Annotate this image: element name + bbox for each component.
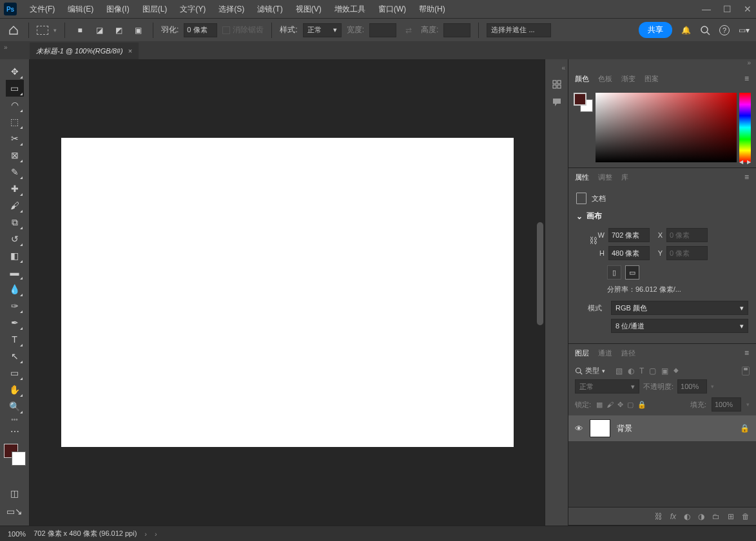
layer-row[interactable]: 👁 背景 🔒 bbox=[568, 415, 756, 441]
select-and-mask-button[interactable]: 选择并遮住 ... bbox=[487, 23, 551, 37]
lock-image-icon[interactable]: 🖌 bbox=[606, 401, 614, 409]
layer-thumbnail[interactable] bbox=[590, 419, 610, 437]
tab-swatches[interactable]: 色板 bbox=[598, 74, 612, 84]
new-selection-icon[interactable]: ■ bbox=[73, 23, 87, 37]
tab-paths[interactable]: 路径 bbox=[621, 348, 635, 358]
fx-icon[interactable]: fx bbox=[670, 512, 676, 521]
filter-smart-icon[interactable]: ▣ bbox=[661, 366, 668, 375]
share-button[interactable]: 共享 bbox=[639, 22, 672, 38]
landscape-button[interactable]: ▭ bbox=[625, 265, 639, 280]
delete-layer-icon[interactable]: 🗑 bbox=[742, 512, 750, 521]
tool-frame[interactable]: ⊠ bbox=[6, 147, 24, 164]
tab-channels[interactable]: 通道 bbox=[598, 348, 612, 358]
workspace-icon[interactable]: ▭▾ bbox=[739, 26, 750, 35]
maximize-icon[interactable]: ☐ bbox=[722, 4, 732, 14]
collapse-panels-icon[interactable]: » bbox=[568, 59, 756, 70]
layer-filter-select[interactable]: 类型▾ bbox=[575, 366, 605, 375]
adjustment-icon[interactable]: ◑ bbox=[698, 512, 704, 521]
visibility-icon[interactable]: 👁 bbox=[575, 424, 583, 433]
panel-menu-icon[interactable]: ≡ bbox=[744, 74, 750, 83]
vertical-scrollbar[interactable] bbox=[537, 222, 543, 325]
filter-shape-icon[interactable]: ▢ bbox=[649, 366, 656, 375]
tool-eyedropper[interactable]: ✎ bbox=[6, 164, 24, 180]
tab-layers[interactable]: 图层 bbox=[575, 348, 589, 358]
canvas-section-toggle[interactable]: ⌄画布 bbox=[576, 211, 748, 222]
tool-stamp[interactable]: ⧉ bbox=[6, 214, 24, 231]
link-wh-icon[interactable]: ⛓ bbox=[589, 236, 597, 245]
menu-文字(Y)[interactable]: 文字(Y) bbox=[173, 4, 212, 15]
minimize-icon[interactable]: — bbox=[702, 4, 711, 14]
new-layer-icon[interactable]: ⊞ bbox=[728, 512, 734, 521]
group-icon[interactable]: 🗀 bbox=[712, 512, 720, 521]
tab-close-icon[interactable]: × bbox=[128, 47, 132, 55]
lock-pos-icon[interactable]: ✥ bbox=[617, 401, 623, 409]
color-mode-select[interactable]: RGB 颜色▾ bbox=[611, 301, 748, 315]
doc-info-chevron-icon[interactable]: › bbox=[144, 530, 147, 538]
tool-pen[interactable]: ✒ bbox=[6, 314, 24, 331]
filter-toggle[interactable] bbox=[742, 366, 750, 375]
menu-图像(I)[interactable]: 图像(I) bbox=[100, 4, 135, 15]
canvas-height-input[interactable] bbox=[608, 246, 650, 260]
layer-lock-icon[interactable]: 🔒 bbox=[740, 424, 750, 433]
portrait-button[interactable]: ▯ bbox=[607, 265, 621, 280]
intersect-selection-icon[interactable]: ▣ bbox=[131, 23, 145, 37]
tab-adjustments[interactable]: 调整 bbox=[598, 173, 612, 182]
subtract-selection-icon[interactable]: ◩ bbox=[111, 23, 126, 37]
tool-lasso[interactable]: ◠ bbox=[6, 97, 24, 113]
tab-color[interactable]: 颜色 bbox=[575, 74, 589, 84]
lock-trans-icon[interactable]: ▩ bbox=[596, 401, 603, 409]
color-panel-swatches[interactable] bbox=[574, 93, 593, 112]
bit-depth-select[interactable]: 8 位/通道▾ bbox=[611, 319, 748, 333]
tool-brush[interactable]: 🖌 bbox=[6, 197, 24, 214]
tool-heal[interactable]: ✚ bbox=[6, 180, 24, 197]
menu-帮助(H)[interactable]: 帮助(H) bbox=[412, 4, 452, 15]
mask-icon[interactable]: ◐ bbox=[684, 512, 690, 521]
lock-all-icon[interactable]: 🔒 bbox=[637, 401, 646, 409]
tool-dodge[interactable]: ✑ bbox=[6, 298, 24, 314]
color-field[interactable] bbox=[596, 93, 737, 162]
notifications-icon[interactable]: 🔔 bbox=[681, 26, 691, 35]
link-layers-icon[interactable]: ⛓ bbox=[655, 512, 663, 521]
search-icon[interactable] bbox=[700, 25, 710, 35]
help-icon[interactable]: ? bbox=[719, 25, 730, 35]
tool-move[interactable]: ✥ bbox=[6, 63, 24, 80]
filter-pixel-icon[interactable]: ▧ bbox=[615, 366, 623, 375]
tool-shape[interactable]: ▭ bbox=[6, 365, 24, 381]
tab-patterns[interactable]: 图案 bbox=[645, 74, 659, 84]
tool-gradient[interactable]: ▬ bbox=[6, 264, 24, 281]
zoom-level[interactable]: 100% bbox=[8, 530, 26, 538]
feather-input[interactable] bbox=[184, 23, 217, 37]
tab-libraries[interactable]: 库 bbox=[621, 173, 628, 182]
close-icon[interactable]: ✕ bbox=[743, 4, 752, 14]
menu-选择(S)[interactable]: 选择(S) bbox=[212, 4, 251, 15]
tab-gradients[interactable]: 渐变 bbox=[621, 74, 635, 84]
tool-marquee[interactable]: ▭ bbox=[6, 80, 24, 97]
canvas-width-input[interactable] bbox=[608, 228, 650, 242]
menu-图层(L)[interactable]: 图层(L) bbox=[136, 4, 174, 15]
history-panel-icon[interactable] bbox=[552, 79, 562, 90]
menu-视图(V)[interactable]: 视图(V) bbox=[289, 4, 328, 15]
tool-type[interactable]: T bbox=[6, 331, 24, 348]
marquee-preset-icon[interactable] bbox=[37, 26, 48, 35]
filter-artboard-icon[interactable]: ◆ bbox=[674, 366, 679, 375]
tool-history-brush[interactable]: ↺ bbox=[6, 231, 24, 247]
tab-properties[interactable]: 属性 bbox=[575, 173, 589, 182]
menu-窗口(W)[interactable]: 窗口(W) bbox=[372, 4, 412, 15]
background-swatch[interactable] bbox=[12, 451, 26, 466]
panel-menu-icon[interactable]: ≡ bbox=[744, 173, 750, 182]
menu-编辑(E)[interactable]: 编辑(E) bbox=[61, 4, 100, 15]
tool-blur[interactable]: 💧 bbox=[6, 281, 24, 298]
menu-文件(F)[interactable]: 文件(F) bbox=[23, 4, 61, 15]
color-swatches[interactable] bbox=[4, 444, 26, 466]
filter-type-icon[interactable]: T bbox=[639, 366, 644, 375]
hue-slider[interactable] bbox=[739, 93, 751, 162]
edit-toolbar-icon[interactable]: ⋯ bbox=[6, 423, 24, 440]
doc-info[interactable]: 702 像素 x 480 像素 (96.012 ppi) bbox=[34, 529, 137, 538]
tool-zoom[interactable]: 🔍 bbox=[6, 398, 24, 415]
add-selection-icon[interactable]: ◪ bbox=[92, 23, 106, 37]
status-expand-icon[interactable]: › bbox=[155, 530, 157, 538]
menu-增效工具[interactable]: 增效工具 bbox=[328, 4, 372, 15]
tool-eraser[interactable]: ◧ bbox=[6, 247, 24, 264]
screenmode-icon[interactable]: ▭↘ bbox=[6, 504, 24, 519]
home-icon[interactable] bbox=[6, 23, 21, 37]
